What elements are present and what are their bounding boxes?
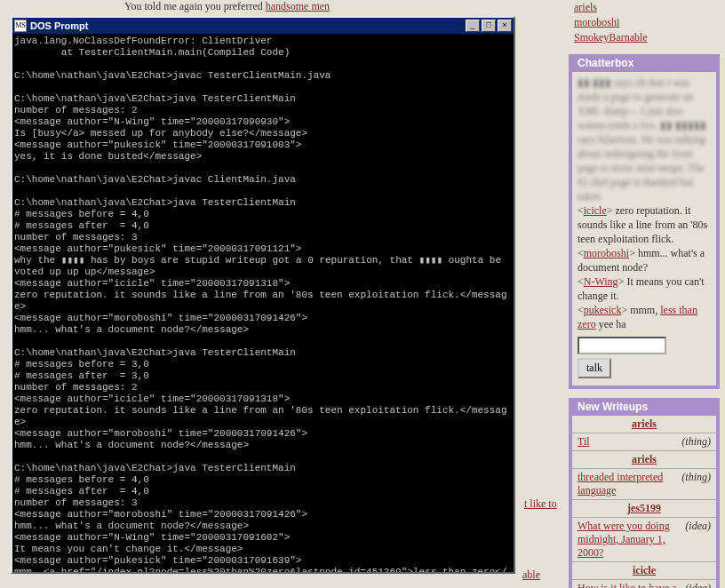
chatterbox-message: <icicle> zero reputation. it sounds like… — [578, 203, 711, 246]
user-link[interactable]: ariels — [574, 1, 597, 14]
writeup-row: threaded interpreted language(thing) — [572, 469, 716, 500]
sidebar: ariels moroboshi SmokeyBarnable Chatterb… — [569, 0, 720, 588]
terminal-output[interactable]: java.lang.NoClassDefFoundError: ClientDr… — [12, 34, 514, 572]
writeup-author-link[interactable]: jes5199 — [572, 500, 716, 518]
close-button[interactable]: × — [498, 20, 512, 32]
writeup-author-link[interactable]: ariels — [572, 416, 716, 433]
writeup-title-link[interactable]: How is it like to have a crush towards — [578, 582, 680, 588]
bg-link-1[interactable]: t like to — [524, 497, 557, 511]
chatterbox-message: <pukesick> mmm, less than zero yee ha — [578, 303, 711, 331]
minimize-button[interactable]: _ — [466, 20, 480, 32]
chatterbox-input[interactable] — [578, 337, 666, 354]
writeup-title-link[interactable]: What were you doing midnight, January 1,… — [578, 520, 680, 560]
writeup-author-link[interactable]: icicle — [572, 562, 716, 580]
dos-window: MS DOS Prompt _ □ × java.lang.NoClassDef… — [11, 16, 515, 574]
other-users-list: ariels moroboshi SmokeyBarnable — [569, 0, 720, 45]
chatterbox-blurred: ▮▮ ▮▮▮ says oh that I was made a page to… — [578, 75, 711, 203]
writeup-type: (idea) — [685, 582, 711, 588]
top-text-line1-prefix: You told me again you preferred — [124, 0, 266, 12]
msdos-icon: MS — [14, 20, 27, 32]
new-writeups-panel: New Writeups arielsTil(thing)arielsthrea… — [569, 398, 720, 588]
new-writeups-header: New Writeups — [572, 398, 716, 416]
chatterbox-body: ▮▮ ▮▮▮ says oh that I was made a page to… — [572, 72, 716, 382]
writeup-type: (idea) — [685, 520, 711, 533]
user-link[interactable]: SmokeyBarnable — [574, 31, 648, 44]
user-link[interactable]: moroboshi — [574, 16, 619, 29]
chat-user-link[interactable]: N-Wing — [584, 275, 618, 288]
maximize-button[interactable]: □ — [482, 20, 496, 32]
chat-user-link[interactable]: pukesick — [584, 304, 622, 316]
talk-button[interactable]: talk — [578, 358, 611, 378]
handsome-men-link[interactable]: handsome men — [266, 0, 330, 12]
titlebar[interactable]: MS DOS Prompt _ □ × — [12, 18, 514, 34]
chat-user-link[interactable]: icicle — [584, 204, 607, 217]
chatterbox-message: <moroboshi> hmm... what's a document nod… — [578, 246, 711, 274]
writeup-row: What were you doing midnight, January 1,… — [572, 518, 716, 562]
chat-user-link[interactable]: moroboshi — [584, 247, 629, 259]
writeup-type: (thing) — [681, 435, 711, 449]
window-title: DOS Prompt — [30, 20, 464, 31]
writeup-type: (thing) — [681, 471, 711, 484]
writeup-title-link[interactable]: Til — [578, 435, 676, 449]
writeup-row: How is it like to have a crush towards(i… — [572, 580, 716, 588]
writeup-row: Til(thing) — [572, 433, 716, 451]
chatterbox-panel: Chatterbox ▮▮ ▮▮▮ says oh that I was mad… — [569, 54, 720, 389]
writeup-author-link[interactable]: ariels — [572, 451, 716, 469]
bg-link-2[interactable]: able — [522, 568, 540, 582]
chatterbox-message: <N-Wing> It means you can't change it. — [578, 274, 711, 303]
writeup-title-link[interactable]: threaded interpreted language — [578, 471, 676, 497]
chatterbox-header: Chatterbox — [572, 54, 716, 72]
